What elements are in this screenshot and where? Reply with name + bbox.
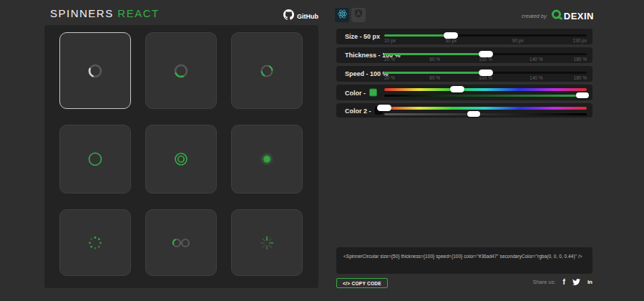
facebook-icon[interactable]: f	[563, 278, 565, 286]
size-slider[interactable]: 10 px 50 px 90 px 130 px	[384, 29, 587, 44]
speed-slider-row: Speed - 100 % 20 % 60 % 100 % 140 % 180 …	[336, 66, 592, 82]
react-toggle-button[interactable]	[335, 8, 349, 22]
card-spinner-round-filled[interactable]	[231, 125, 303, 194]
card-spinner-infinity[interactable]	[145, 209, 217, 276]
color2-picker-row: Color 2 -	[336, 103, 592, 118]
spinner-grid	[44, 25, 318, 288]
thickness-slider-row: Thickness - 100 % 20 % 60 % 100 % 140 % …	[336, 47, 592, 63]
tick-label: 180 %	[574, 57, 587, 62]
thickness-track-fill	[384, 53, 486, 55]
angular-icon	[353, 9, 364, 22]
color2-hue-thumb[interactable]	[377, 105, 391, 111]
tick-label: 100 %	[479, 75, 492, 80]
tick-label: 130 px	[572, 38, 587, 43]
spinner-round-icon	[86, 150, 104, 168]
twitter-icon[interactable]	[572, 279, 580, 285]
brand-name: DEXIN	[564, 11, 594, 22]
share-bar: Share us: f in	[532, 278, 592, 286]
brand-logo[interactable]: DEXIN	[551, 9, 594, 23]
card-spinner-circular-split[interactable]	[231, 32, 303, 109]
linkedin-icon[interactable]: in	[587, 279, 592, 285]
thickness-ticks: 20 % 60 % 100 % 140 % 180 %	[384, 57, 587, 62]
tick-label: 50 px	[445, 38, 457, 43]
card-spinner-dotted[interactable]	[59, 209, 131, 276]
tick-label: 180 %	[574, 75, 587, 80]
color2-label: Color 2 -	[345, 107, 371, 114]
tick-label: 140 %	[530, 75, 542, 80]
share-label: Share us:	[532, 279, 555, 285]
speed-slider[interactable]: 20 % 60 % 100 % 140 % 180 %	[384, 66, 587, 82]
color-label-group: Color -	[345, 89, 377, 97]
color-label: Color -	[345, 89, 366, 96]
spinner-lines-icon	[258, 234, 276, 252]
color-picker[interactable]	[384, 85, 587, 100]
size-ticks: 10 px 50 px 90 px 130 px	[384, 38, 587, 44]
github-icon	[283, 9, 294, 23]
page-title-primary: SPINNERS	[50, 7, 114, 19]
page-title: SPINNERS REACT	[50, 7, 160, 19]
color-alpha-thumb[interactable]	[576, 92, 589, 98]
angular-toggle-button[interactable]	[351, 8, 366, 22]
controls-panel: Size - 50 px 10 px 50 px 90 px 130 px Th…	[336, 29, 592, 120]
tick-label: 10 px	[384, 38, 396, 43]
size-track-fill	[384, 34, 451, 37]
spinner-circular-icon	[86, 62, 104, 80]
card-spinner-round-outlined[interactable]	[145, 125, 217, 194]
size-track[interactable]	[384, 34, 587, 37]
color-swatch[interactable]	[369, 89, 377, 97]
speed-track-fill	[384, 72, 486, 74]
react-icon	[337, 9, 348, 22]
color2-alpha-thumb[interactable]	[467, 111, 480, 117]
tick-label: 20 %	[384, 57, 395, 62]
spinner-circular-split-icon	[258, 62, 275, 80]
spinner-infinity-icon	[170, 237, 192, 249]
tick-label: 90 px	[512, 38, 524, 43]
speed-ticks: 20 % 60 % 100 % 140 % 180 %	[384, 75, 587, 81]
color-hue-thumb[interactable]	[450, 86, 464, 92]
tick-label: 20 %	[384, 75, 395, 80]
github-label: GitHub	[297, 13, 318, 20]
created-by-label: created by	[522, 13, 547, 19]
card-spinner-circular[interactable]	[59, 32, 131, 109]
color-hue-track[interactable]	[384, 88, 587, 91]
color-picker-row: Color -	[336, 85, 592, 100]
size-slider-row: Size - 50 px 10 px 50 px 90 px 130 px	[336, 29, 592, 44]
color2-hue-track[interactable]	[384, 107, 587, 110]
tick-label: 60 %	[429, 75, 440, 80]
tick-label: 60 %	[429, 57, 440, 62]
created-by: created by DEXIN	[522, 9, 594, 23]
color-alpha-track[interactable]	[384, 95, 587, 97]
spinner-dotted-icon	[86, 234, 104, 252]
card-spinner-circular-fixed[interactable]	[145, 32, 217, 109]
color2-picker[interactable]	[384, 103, 587, 118]
github-link[interactable]: GitHub	[283, 9, 318, 23]
speed-label: Speed - 100 %	[345, 70, 389, 77]
copy-code-button[interactable]: </> COPY CODE	[336, 278, 388, 288]
card-spinner-lines[interactable]	[231, 209, 303, 276]
tick-label: 100 %	[479, 57, 492, 62]
thickness-slider[interactable]: 20 % 60 % 100 % 140 % 180 %	[384, 47, 587, 63]
size-label: Size - 50 px	[345, 33, 380, 40]
spinner-circular-fixed-icon	[172, 62, 190, 80]
code-snippet-box: <SpinnerCircular size={50} thickness={10…	[336, 247, 592, 274]
spinner-round-filled-icon	[258, 150, 276, 168]
code-snippet: <SpinnerCircular size={50} thickness={10…	[343, 254, 585, 259]
tick-label: 140 %	[530, 57, 542, 62]
framework-toggles	[335, 8, 366, 22]
page-title-accent: REACT	[117, 7, 159, 19]
color2-alpha-track[interactable]	[384, 113, 587, 115]
brand-mark-icon	[551, 9, 562, 23]
spinners-react-demo-page: SPINNERS REACT GitHub created by	[0, 0, 644, 301]
card-spinner-round[interactable]	[59, 125, 131, 194]
spinner-round-outlined-icon	[172, 150, 190, 168]
